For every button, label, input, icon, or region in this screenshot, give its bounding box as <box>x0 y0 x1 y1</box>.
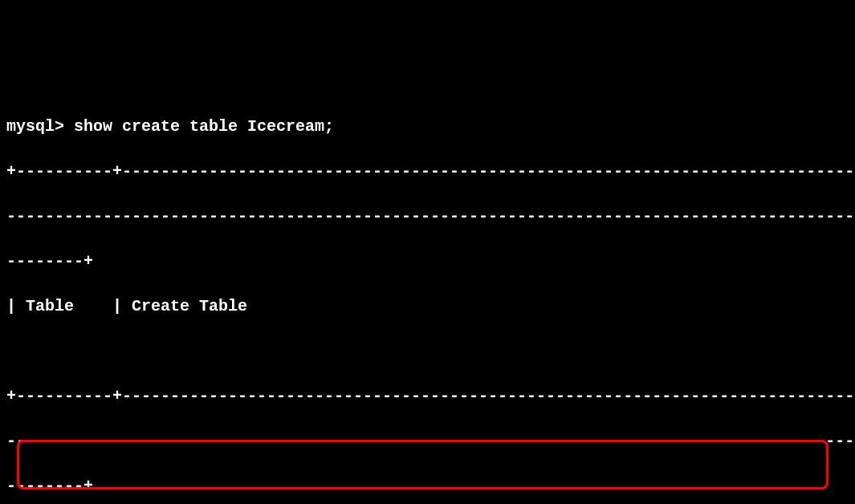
separator-line: ----------------------------------------… <box>6 430 849 453</box>
prompt-line[interactable]: mysql> show create table Icecream; <box>6 116 849 138</box>
header-line: | Table | Create Table <box>6 295 849 318</box>
separator-line: ----------------------------------------… <box>6 205 849 228</box>
sql-command: show create table Icecream; <box>74 117 334 136</box>
terminal-output: mysql> show create table Icecream; +----… <box>6 93 849 504</box>
separator-line: --------+ <box>6 250 849 273</box>
mysql-prompt: mysql> <box>6 117 74 136</box>
separator-line: +----------+----------------------------… <box>6 385 849 408</box>
separator-line: --------+ <box>6 475 849 498</box>
separator-line: +----------+----------------------------… <box>6 161 849 183</box>
